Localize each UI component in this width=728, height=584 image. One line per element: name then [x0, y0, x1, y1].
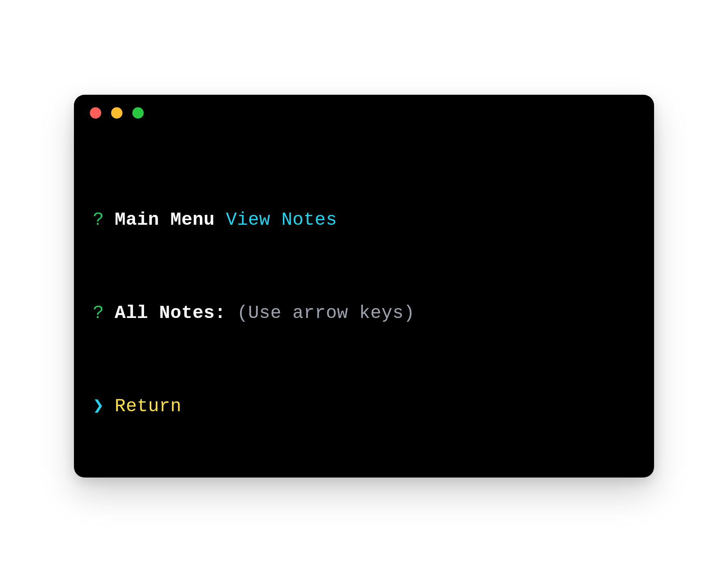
menu-option-selected[interactable]: ❯Return [93, 395, 635, 418]
menu-option-label: Return [115, 396, 182, 416]
breadcrumb-selection: View Notes [226, 210, 337, 230]
breadcrumb-title: Main Menu [115, 210, 215, 230]
terminal-window: ?Main Menu View Notes ?All Notes: (Use a… [74, 95, 654, 478]
question-icon: ? [93, 302, 115, 325]
breadcrumb-line: ?Main Menu View Notes [93, 208, 635, 232]
prompt-label: All Notes: [115, 303, 226, 323]
pointer-icon: ❯ [93, 395, 115, 418]
minimize-icon[interactable] [111, 107, 122, 119]
terminal-body[interactable]: ?Main Menu View Notes ?All Notes: (Use a… [74, 131, 654, 478]
prompt-line: ?All Notes: (Use arrow keys) [93, 302, 635, 325]
close-icon[interactable] [90, 107, 101, 119]
zoom-icon[interactable] [132, 107, 144, 119]
prompt-hint: (Use arrow keys) [237, 303, 415, 323]
question-icon: ? [93, 208, 115, 232]
window-titlebar [74, 95, 654, 131]
